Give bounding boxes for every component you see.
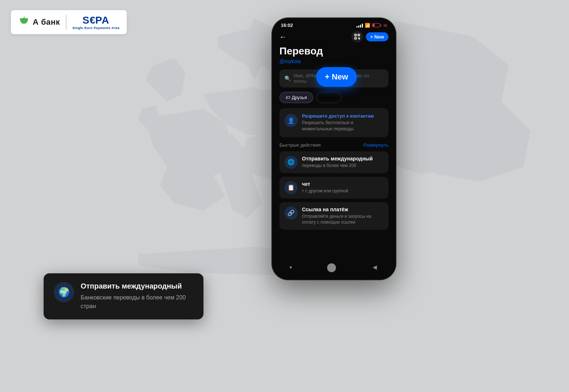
qr-button[interactable] — [351, 31, 363, 42]
signal-bar-2 — [358, 25, 359, 28]
tooltip-text: Отправить международный Банковские перев… — [81, 282, 193, 311]
bottom-nav-circle[interactable]: ⬤ — [327, 262, 336, 272]
wifi-icon: 📶 — [365, 23, 370, 28]
quick-actions-header: Быстрые действия Развернуть — [279, 142, 388, 148]
phone-screen: 16:02 📶 12 — [272, 18, 396, 279]
phone-frame: 16:02 📶 12 — [272, 18, 396, 279]
action-item-international[interactable]: 🌐 Отправить международный переводы в бол… — [279, 151, 388, 173]
status-icons: 📶 12 — [356, 23, 387, 28]
bottom-nav-back[interactable]: ◄ — [371, 263, 378, 271]
signal-bar-1 — [356, 26, 358, 28]
action-icon-wrap-paylink: 🔗 — [284, 207, 298, 220]
friends-tab-label: Друзья — [292, 95, 307, 100]
battery-tip — [380, 24, 381, 26]
contact-text: Разрешите доступ к контактам Разрешить б… — [302, 113, 383, 132]
abank-logo: А банк — [18, 16, 60, 28]
tooltip-card: 🌍 Отправить международный Банковские пер… — [44, 273, 203, 319]
phone-container: 16:02 📶 12 — [272, 18, 396, 279]
expand-button[interactable]: Развернуть — [363, 142, 388, 148]
tooltip-globe-icon: 🌍 — [54, 282, 74, 302]
search-icon: 🔍 — [284, 75, 291, 81]
action-icon-wrap-account: 📋 — [284, 181, 298, 194]
battery-percent: 12 — [383, 24, 387, 27]
floating-new-button[interactable]: + New — [316, 67, 357, 87]
status-time: 16:02 — [281, 23, 293, 28]
action-desc-account: т с другом или группой — [302, 188, 348, 194]
tooltip-title: Отправить международный — [81, 282, 193, 290]
logo-divider — [66, 15, 66, 29]
action-text-international: Отправить международный переводы в более… — [302, 156, 373, 169]
filter-tab-accounts[interactable]: Счета — [316, 92, 342, 103]
svg-rect-5 — [359, 35, 359, 36]
action-text-account: чет т с другом или группой — [302, 181, 348, 194]
svg-rect-3 — [355, 35, 356, 36]
contact-permission-desc: Разрешить бесплатные и моментальные пере… — [302, 120, 383, 132]
action-icon-wrap-international: 🌐 — [284, 156, 298, 169]
globe-icon: 🌐 — [287, 159, 295, 166]
new-button-small[interactable]: + New — [366, 32, 388, 41]
tooltip-earth-icon: 🌍 — [58, 287, 70, 298]
page-title: Перевод — [279, 45, 388, 57]
svg-rect-11 — [358, 38, 359, 39]
tooltip-description: Банковские переводы в более чем 200 стра… — [81, 293, 193, 311]
bottom-nav: ▪ ⬤ ◄ — [272, 258, 396, 279]
nav-right: + New — [351, 31, 388, 42]
svg-rect-12 — [359, 38, 360, 40]
action-title-account: чет — [302, 181, 348, 187]
logo-area: А банк S € PA Single Euro Payments Area — [11, 10, 127, 34]
battery-fill — [373, 24, 375, 26]
action-item-paylink[interactable]: 🔗 Ссылка на платёж Отправляйте деньги и … — [279, 202, 388, 230]
abank-text: А банк — [33, 17, 60, 27]
sepa-logo: S € PA Single Euro Payments Area — [72, 15, 120, 30]
status-bar: 16:02 📶 12 — [272, 18, 396, 29]
quick-actions-title: Быстрые действия — [279, 142, 320, 148]
contact-permission-card[interactable]: 👤 Разрешите доступ к контактам Разрешить… — [279, 108, 388, 137]
action-text-paylink: Ссылка на платёж Отправляйте деньги и за… — [302, 207, 383, 226]
nav-bar: ← — [272, 29, 396, 45]
link-icon: 🔗 — [287, 209, 295, 216]
friends-tab-icon: 🏷 — [286, 95, 292, 100]
contact-person-icon: 👤 — [287, 117, 295, 124]
action-title-international: Отправить международный — [302, 156, 373, 162]
battery-icon — [372, 23, 380, 27]
bottom-nav-square[interactable]: ▪ — [290, 263, 292, 271]
signal-bars-icon — [356, 23, 363, 28]
svg-rect-9 — [359, 37, 359, 38]
filter-tabs: 🏷 Друзья Счета — [279, 92, 388, 103]
account-icon: 📋 — [287, 184, 295, 191]
action-item-account[interactable]: 📋 чет т с другом или группой — [279, 177, 388, 199]
back-button[interactable]: ← — [279, 33, 287, 41]
action-desc-paylink: Отправляйте деньги и запросы на оплату с… — [302, 213, 383, 226]
contact-icon-wrap: 👤 — [284, 114, 298, 127]
action-title-paylink: Ссылка на платёж — [302, 207, 383, 212]
username: @mykola — [279, 58, 388, 64]
signal-bar-3 — [360, 25, 361, 28]
filter-tab-friends[interactable]: 🏷 Друзья — [279, 92, 313, 103]
qr-icon — [354, 34, 360, 40]
svg-rect-8 — [358, 37, 359, 38]
sepa-subtitle: Single Euro Payments Area — [72, 26, 120, 30]
abank-apple-icon — [18, 16, 30, 28]
action-desc-international: переводы в более чем 200 — [302, 163, 373, 169]
signal-bar-4 — [362, 24, 363, 28]
contact-permission-title: Разрешите доступ к контактам — [302, 113, 383, 119]
accounts-tab-label: Счета — [322, 95, 335, 100]
svg-rect-10 — [359, 37, 360, 38]
svg-rect-7 — [355, 38, 356, 39]
